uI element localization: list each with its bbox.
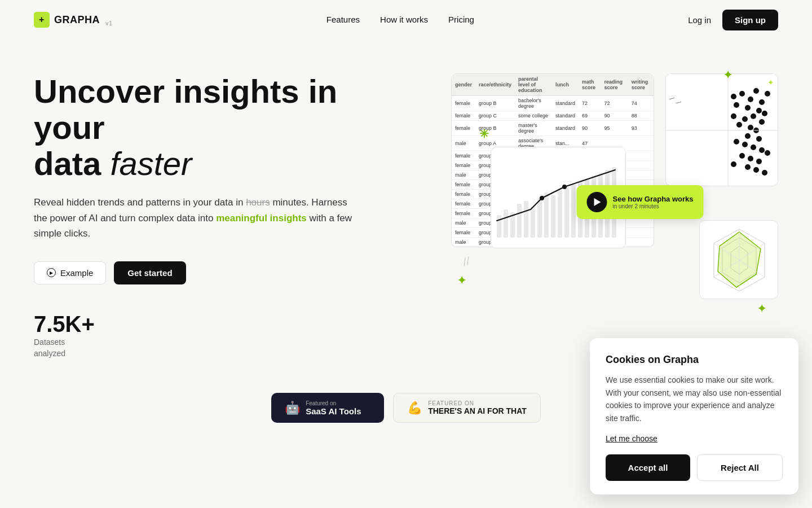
deco-lines-bottom: ╱╱	[461, 256, 471, 266]
svg-point-31	[762, 111, 767, 116]
logo-version: v1	[105, 20, 113, 27]
play-icon: ▶	[47, 268, 56, 277]
svg-rect-12	[571, 184, 576, 238]
svg-point-49	[731, 161, 736, 167]
svg-rect-9	[551, 195, 555, 238]
svg-rect-5	[524, 201, 528, 238]
navbar: + GRAPHA v1 Features How it works Pricin…	[0, 0, 812, 40]
svg-point-25	[753, 88, 759, 94]
svg-rect-8	[544, 192, 549, 238]
deco-star-2: ✦	[457, 273, 467, 288]
svg-point-23	[739, 91, 745, 97]
nav-how-it-works[interactable]: How it works	[380, 15, 428, 24]
hero-buttons: ▶ Example Get started	[34, 261, 361, 284]
hero-description: Reveal hidden trends and patterns in you…	[34, 195, 361, 241]
svg-point-30	[756, 108, 762, 113]
cookie-title: Cookies on Grapha	[606, 354, 783, 366]
badge-muscle-icon: 💪	[407, 401, 422, 415]
deco-star-1: ✦	[723, 68, 733, 82]
nav-pricing[interactable]: Pricing	[448, 15, 474, 24]
svg-point-43	[751, 144, 756, 150]
cookie-banner: Cookies on Grapha We use essential cooki…	[590, 338, 798, 494]
cookie-buttons: Accept all Reject All	[606, 454, 783, 481]
signup-button[interactable]: Sign up	[722, 10, 778, 30]
accept-all-button[interactable]: Accept all	[606, 454, 690, 481]
hero-left: Uncover insights in your data faster Rev…	[34, 73, 361, 359]
svg-point-32	[731, 113, 736, 119]
stat-number: 7.5K+	[34, 312, 361, 337]
svg-rect-6	[531, 207, 535, 238]
svg-point-36	[736, 122, 742, 128]
svg-point-20	[562, 185, 567, 189]
hero-section: Uncover insights in your data faster Rev…	[0, 40, 812, 382]
svg-point-35	[759, 119, 765, 125]
hero-title: Uncover insights in your data faster	[34, 73, 361, 181]
svg-rect-10	[558, 190, 562, 238]
badge-saas-icon: 🤖	[285, 401, 300, 415]
svg-point-28	[734, 102, 739, 108]
reject-all-button[interactable]: Reject All	[697, 454, 783, 481]
svg-rect-11	[564, 187, 569, 238]
svg-point-33	[742, 116, 748, 122]
badge-ai-text: FEATURED ON THERE'S AN AI FOR THAT	[428, 400, 527, 415]
scatter-plot-card: ✦	[665, 73, 778, 186]
play-circle-icon	[586, 192, 607, 212]
svg-point-39	[745, 133, 751, 139]
get-started-button[interactable]: Get started	[114, 261, 186, 284]
svg-point-51	[753, 167, 759, 173]
svg-point-52	[762, 170, 767, 176]
radar-chart-card	[699, 220, 778, 299]
svg-rect-1	[497, 215, 501, 238]
svg-rect-7	[537, 198, 542, 238]
hero-right: gender race/ethnicity parental level of …	[383, 73, 778, 310]
svg-point-27	[765, 91, 770, 97]
svg-point-37	[748, 125, 753, 130]
svg-point-34	[751, 113, 756, 119]
svg-point-44	[759, 147, 765, 153]
svg-point-19	[540, 196, 544, 200]
nav-links: Features How it works Pricing	[326, 15, 474, 25]
example-button[interactable]: ▶ Example	[34, 261, 106, 284]
badge-saas-text: Featured on SaaS AI Tools	[306, 400, 361, 416]
play-overlay[interactable]: See how Grapha works in under 2 minutes	[576, 185, 703, 219]
svg-rect-4	[517, 204, 522, 238]
nav-features[interactable]: Features	[326, 15, 360, 24]
svg-point-48	[756, 159, 762, 164]
svg-point-42	[742, 142, 748, 147]
svg-point-40	[756, 136, 762, 142]
login-button[interactable]: Log in	[688, 15, 711, 25]
svg-point-46	[739, 153, 745, 159]
svg-point-45	[765, 150, 770, 156]
svg-point-24	[748, 97, 753, 102]
deco-spark: ✳	[479, 127, 489, 141]
svg-rect-2	[504, 209, 508, 238]
svg-point-26	[759, 99, 765, 105]
hero-stats: 7.5K+ Datasets analyzed	[34, 312, 361, 359]
cookie-body: We use essential cookies to make our sit…	[606, 374, 783, 424]
let-me-choose-link[interactable]: Let me choose	[606, 434, 657, 443]
nav-actions: Log in Sign up	[688, 10, 778, 30]
svg-point-50	[745, 164, 751, 170]
logo[interactable]: + GRAPHA v1	[34, 12, 113, 28]
logo-text: GRAPHA	[54, 14, 100, 26]
illustration: gender race/ethnicity parental level of …	[451, 73, 778, 310]
badge-saas: 🤖 Featured on SaaS AI Tools	[271, 393, 384, 423]
svg-point-41	[734, 139, 739, 144]
stat-label: Datasets analyzed	[34, 337, 361, 359]
svg-point-47	[748, 156, 753, 161]
svg-point-29	[745, 105, 751, 111]
play-text: See how Grapha works in under 2 minutes	[612, 195, 693, 209]
svg-point-22	[731, 94, 736, 99]
svg-text:✦: ✦	[767, 78, 774, 87]
logo-icon: +	[34, 12, 50, 28]
badge-ai-for-that: 💪 FEATURED ON THERE'S AN AI FOR THAT	[393, 393, 541, 423]
deco-star-3: ✦	[757, 301, 767, 316]
